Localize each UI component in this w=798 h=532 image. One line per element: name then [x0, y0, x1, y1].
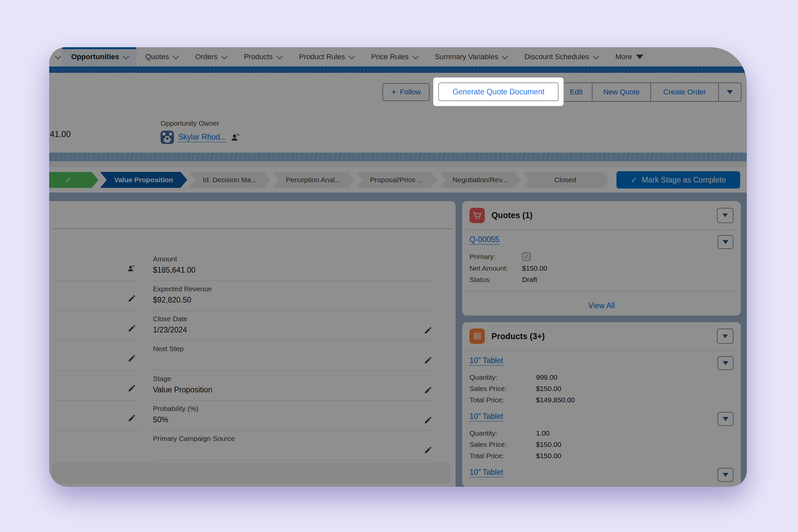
- clipped-field-row: [52, 251, 139, 281]
- tab-product-rules[interactable]: Product Rules: [290, 47, 362, 66]
- change-owner-icon[interactable]: [127, 264, 136, 273]
- product-record-link[interactable]: 10" Tablet: [470, 412, 503, 422]
- quotes-object-icon: [470, 208, 485, 223]
- field-column: Amount $185,641.00 Expected Revenue $92,…: [153, 251, 434, 460]
- edit-pencil-icon[interactable]: [128, 294, 136, 303]
- chevron-down-icon[interactable]: [173, 53, 179, 59]
- tab-orders[interactable]: Orders: [186, 47, 235, 66]
- tab-quotes[interactable]: Quotes: [136, 47, 186, 66]
- edit-pencil-icon[interactable]: [128, 355, 136, 362]
- path-stage-perception-analysis[interactable]: Perception Anal...: [272, 172, 354, 188]
- field-primary-campaign-source: Primary Campaign Source: [153, 431, 434, 460]
- quotes-related-list: Quotes (1) Q-00055 Primary: ✓: [462, 201, 741, 316]
- chevron-down-icon[interactable]: [412, 53, 418, 59]
- path-stage-proposal-price[interactable]: Proposal/Price ...: [356, 172, 438, 188]
- check-icon: ✓: [65, 175, 72, 185]
- edit-pencil-icon[interactable]: [424, 386, 432, 394]
- caret-down-icon[interactable]: [636, 55, 643, 59]
- change-owner-icon[interactable]: [230, 132, 241, 142]
- products-list-dropdown-button[interactable]: [717, 328, 734, 344]
- edit-pencil-icon[interactable]: [424, 357, 432, 364]
- quote-record-link[interactable]: Q-00055: [470, 235, 499, 245]
- product-row-dropdown-button[interactable]: [718, 412, 734, 426]
- products-card-title[interactable]: Products (3+): [491, 331, 545, 341]
- owner-link[interactable]: Skylar Rhod...: [178, 133, 226, 142]
- follow-button[interactable]: + Follow: [382, 83, 430, 101]
- path-stage-value-proposition[interactable]: Value Proposition: [100, 172, 187, 188]
- view-all-link[interactable]: View All: [588, 301, 615, 310]
- tab-label: Product Rules: [299, 53, 345, 61]
- tab-opportunities[interactable]: Opportunities: [62, 47, 136, 66]
- caret-down-icon: [723, 417, 728, 421]
- more-actions-dropdown-button[interactable]: [718, 83, 741, 101]
- generate-quote-document-button[interactable]: Generate Quote Document: [438, 82, 558, 101]
- edit-button[interactable]: Edit: [560, 83, 592, 101]
- field-next-step: Next Step: [153, 341, 434, 371]
- primary-label: Primary:: [470, 253, 522, 261]
- product-row-dropdown-button[interactable]: [718, 356, 734, 370]
- primary-checkbox[interactable]: ✓: [522, 252, 531, 261]
- sales-path: ✓ Value Proposition Id. Decision Ma... P…: [49, 167, 747, 192]
- edit-pencil-icon[interactable]: [128, 414, 136, 422]
- product-item: 10" Tablet: [470, 468, 734, 482]
- new-quote-button[interactable]: New Quote: [592, 83, 650, 101]
- path-stage-negotiation-review[interactable]: Negotiation/Rev...: [439, 172, 521, 188]
- edit-pencil-icon[interactable]: [424, 416, 432, 424]
- tab-price-rules[interactable]: Price Rules: [362, 47, 425, 66]
- path-stage-id-decision-makers[interactable]: Id. Decision Ma...: [189, 172, 271, 188]
- field-value: 50%: [153, 415, 434, 424]
- chevron-down-icon[interactable]: [502, 53, 508, 59]
- chevron-down-icon[interactable]: [593, 53, 599, 59]
- chevron-down-icon[interactable]: [349, 53, 355, 59]
- sales-price-label: Sales Price:: [470, 385, 536, 393]
- edit-pencil-icon[interactable]: [424, 446, 432, 454]
- product-item: 10" Tablet Quantity: 1.00 Sales Price: $…: [470, 412, 734, 460]
- net-amount-label: Net Amount:: [470, 264, 522, 272]
- follow-label: Follow: [400, 88, 421, 96]
- chevron-down-icon[interactable]: [123, 53, 129, 59]
- tab-discount-schedules[interactable]: Discount Schedules: [515, 47, 606, 66]
- product-row-dropdown-button[interactable]: [718, 468, 734, 482]
- clipped-field-column: [52, 251, 139, 460]
- check-icon: ✓: [631, 175, 637, 185]
- field-label: Amount: [153, 255, 434, 263]
- field-value: [153, 356, 434, 365]
- products-related-list: Products (3+) 10" Tablet: [462, 322, 741, 487]
- product-record-link[interactable]: 10" Tablet: [470, 356, 503, 366]
- mark-stage-label: Mark Stage as Complete: [642, 175, 726, 185]
- details-panel: Amount $185,641.00 Expected Revenue $92,…: [49, 201, 456, 487]
- tab-summary-variables[interactable]: Summary Variables: [426, 47, 515, 66]
- quote-row-dropdown-button[interactable]: [718, 235, 734, 249]
- quotes-list-dropdown-button[interactable]: [717, 208, 734, 223]
- owner-avatar: [160, 131, 174, 144]
- edit-pencil-icon[interactable]: [128, 384, 136, 392]
- field-label: Next Step: [153, 345, 434, 353]
- edit-pencil-icon[interactable]: [424, 326, 432, 335]
- opportunity-owner-field: Opportunity Owner Skylar Rhod...: [160, 119, 241, 144]
- tab-more[interactable]: More: [607, 47, 652, 66]
- quantity-label: Quantity:: [470, 429, 536, 437]
- mark-stage-complete-button[interactable]: ✓ Mark Stage as Complete: [616, 171, 740, 189]
- caret-down-icon: [727, 90, 733, 94]
- path-stage-completed[interactable]: ✓: [49, 172, 98, 188]
- app-window: Opportunities Quotes Orders Products Pro…: [49, 47, 747, 487]
- field-label: Stage: [153, 375, 434, 383]
- field-label: Probability (%): [153, 405, 434, 413]
- chevron-down-icon[interactable]: [222, 53, 227, 59]
- quotes-card-title[interactable]: Quotes (1): [491, 210, 533, 220]
- chevron-down-icon[interactable]: [277, 53, 283, 59]
- field-amount: Amount $185,641.00: [153, 251, 434, 281]
- clipped-tab-chevron-icon[interactable]: [53, 47, 62, 66]
- total-price-value: $150.00: [536, 452, 561, 460]
- clipped-field-row: [52, 281, 139, 311]
- sales-price-value: $150.00: [536, 440, 561, 449]
- path-stage-closed[interactable]: Closed: [523, 172, 608, 188]
- product-record-link[interactable]: 10" Tablet: [470, 468, 503, 477]
- sales-price-label: Sales Price:: [470, 440, 536, 449]
- tab-products[interactable]: Products: [235, 47, 290, 66]
- details-panel-header: [53, 201, 452, 229]
- create-order-button[interactable]: Create Order: [650, 83, 718, 101]
- field-close-date: Close Date 1/23/2024: [153, 311, 434, 341]
- edit-pencil-icon[interactable]: [128, 324, 136, 332]
- section-gap: [49, 161, 747, 167]
